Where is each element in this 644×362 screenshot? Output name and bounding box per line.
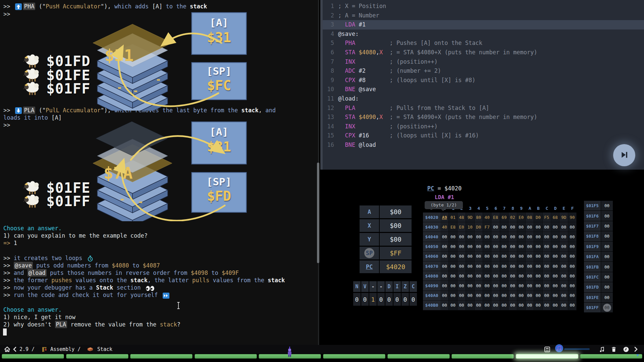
breadcrumb-course[interactable]: Assembly / xyxy=(50,346,80,353)
memory-cell[interactable]: 01 xyxy=(449,213,457,222)
memory-cell[interactable]: 00 xyxy=(526,242,534,252)
memory-cell[interactable]: 00 xyxy=(449,281,457,291)
memory-cell[interactable]: 00 xyxy=(449,232,457,242)
memory-cell[interactable]: 00 xyxy=(568,271,577,281)
memory-cell[interactable]: 00 xyxy=(491,301,500,310)
memory-cell[interactable]: 00 xyxy=(543,242,551,252)
memory-cell[interactable]: 00 xyxy=(449,252,457,261)
memory-cell[interactable]: 00 xyxy=(483,301,491,310)
memory-cell[interactable]: 00 xyxy=(551,222,559,232)
memory-cell[interactable]: 00 xyxy=(508,301,517,310)
memory-view-button[interactable] xyxy=(544,346,550,353)
memory-cell[interactable]: 00 xyxy=(526,291,534,301)
memory-cell[interactable]: 00 xyxy=(526,252,534,261)
memory-cell[interactable]: 00 xyxy=(500,261,508,271)
progress-segment[interactable] xyxy=(580,354,642,359)
memory-cell[interactable]: F7 xyxy=(483,222,491,232)
memory-cell[interactable]: 00 xyxy=(440,232,449,242)
memory-cell[interactable]: 00 xyxy=(449,291,457,301)
memory-cell[interactable]: 00 xyxy=(491,271,500,281)
memory-cell[interactable]: E0 xyxy=(517,213,526,222)
memory-cell[interactable]: 00 xyxy=(500,252,508,261)
memory-cell[interactable]: 00 xyxy=(559,222,568,232)
memory-cell[interactable]: 00 xyxy=(568,291,577,301)
memory-cell[interactable]: 00 xyxy=(440,252,449,261)
memory-cell[interactable]: 00 xyxy=(559,271,568,281)
memory-cell[interactable]: 00 xyxy=(568,281,577,291)
progress-segment[interactable] xyxy=(387,354,450,359)
memory-cell[interactable]: F5 xyxy=(543,213,551,222)
memory-cell[interactable]: 00 xyxy=(475,291,483,301)
music-note-button[interactable] xyxy=(599,346,605,353)
memory-cell[interactable]: 00 xyxy=(534,301,542,310)
memory-cell[interactable]: 00 xyxy=(534,222,542,232)
memory-cell[interactable]: 00 xyxy=(551,291,559,301)
volume-slider[interactable] xyxy=(564,348,590,350)
memory-cell[interactable]: 00 xyxy=(500,242,508,252)
memory-cell[interactable]: 00 xyxy=(449,242,457,252)
memory-cell[interactable]: E8 xyxy=(491,213,500,222)
memory-cell[interactable]: 00 xyxy=(458,301,466,310)
memory-cell[interactable]: 00 xyxy=(440,301,449,310)
step-button[interactable] xyxy=(613,144,635,166)
terminal-scrollbar-thumb[interactable] xyxy=(317,163,319,263)
memory-cell[interactable]: 00 xyxy=(466,281,474,291)
memory-cell[interactable]: 00 xyxy=(559,301,568,310)
memory-cell[interactable]: 00 xyxy=(559,232,568,242)
memory-cell[interactable]: 00 xyxy=(551,271,559,281)
memory-cell[interactable]: 00 xyxy=(559,291,568,301)
memory-cell[interactable]: D0 xyxy=(475,222,483,232)
stack-value[interactable]: 00 xyxy=(601,231,613,241)
memory-cell[interactable]: 00 xyxy=(466,242,474,252)
pc-link[interactable]: PC xyxy=(427,185,434,192)
memory-cell[interactable]: 00 xyxy=(449,261,457,271)
progress-segment[interactable] xyxy=(195,354,257,359)
memory-cell[interactable]: 00 xyxy=(483,252,491,261)
stack-value[interactable]: 00 xyxy=(601,262,613,272)
memory-cell[interactable]: 00 xyxy=(466,252,474,261)
memory-cell[interactable]: 00 xyxy=(466,232,474,242)
memory-cell[interactable]: 00 xyxy=(534,291,542,301)
breadcrumb-topic[interactable]: Stack xyxy=(97,346,112,353)
memory-cell[interactable]: 00 xyxy=(491,281,500,291)
memory-cell[interactable]: 9D xyxy=(466,213,474,222)
progress-segment[interactable] xyxy=(451,354,514,359)
home-button[interactable] xyxy=(4,346,10,353)
memory-cell[interactable]: 00 xyxy=(483,261,491,271)
memory-cell[interactable]: 00 xyxy=(475,252,483,261)
memory-cell[interactable]: 00 xyxy=(568,301,577,310)
memory-cell[interactable]: 00 xyxy=(449,271,457,281)
memory-cell[interactable]: 00 xyxy=(526,301,534,310)
progress-segment[interactable] xyxy=(130,354,193,359)
memory-cell[interactable]: 00 xyxy=(491,252,500,261)
memory-cell[interactable]: 00 xyxy=(508,232,517,242)
memory-cell[interactable]: 00 xyxy=(483,232,491,242)
memory-cell[interactable]: 00 xyxy=(500,301,508,310)
memory-cell[interactable]: 00 xyxy=(449,301,457,310)
memory-cell[interactable]: 00 xyxy=(568,242,577,252)
memory-cell[interactable]: 00 xyxy=(491,242,500,252)
memory-cell[interactable]: 48 xyxy=(458,213,466,222)
memory-cell[interactable]: 00 xyxy=(491,291,500,301)
memory-cell[interactable]: 00 xyxy=(534,252,542,261)
progress-segment[interactable] xyxy=(516,354,578,359)
memory-cell[interactable]: 90 xyxy=(568,213,577,222)
memory-cell[interactable]: 9D xyxy=(559,213,568,222)
memory-cell[interactable]: 00 xyxy=(458,281,466,291)
memory-cell[interactable]: 00 xyxy=(500,222,508,232)
code-editor[interactable]: 1; X = Position2; A = Number3 LDA #14@sa… xyxy=(323,0,644,170)
memory-cell[interactable]: 00 xyxy=(559,261,568,271)
memory-cell[interactable]: 00 xyxy=(568,232,577,242)
memory-cell[interactable]: 00 xyxy=(568,261,577,271)
memory-cell[interactable]: 00 xyxy=(458,242,466,252)
stack-value[interactable]: 00 xyxy=(601,242,613,251)
memory-cell[interactable]: 00 xyxy=(508,271,517,281)
memory-cell[interactable]: 08 xyxy=(526,213,534,222)
history-button[interactable] xyxy=(623,346,629,353)
trash-button[interactable] xyxy=(611,346,616,353)
memory-cell[interactable]: 00 xyxy=(475,261,483,271)
memory-cell[interactable]: 00 xyxy=(475,301,483,310)
memory-cell[interactable]: 00 xyxy=(543,301,551,310)
memory-cell[interactable]: 40 xyxy=(483,213,491,222)
memory-cell[interactable]: 00 xyxy=(483,281,491,291)
